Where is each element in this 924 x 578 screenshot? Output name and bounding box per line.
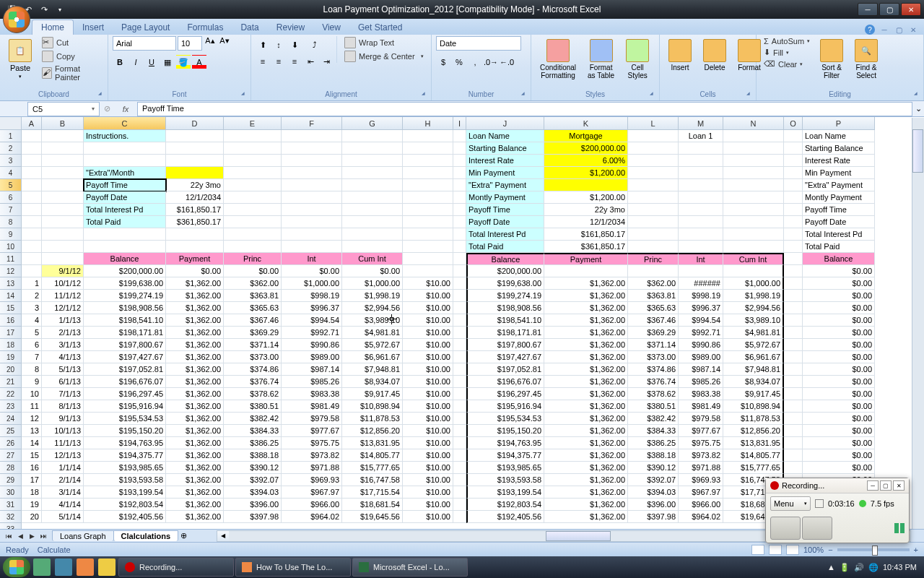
cell[interactable]: $987.14	[282, 363, 342, 376]
row-header-33[interactable]: 33	[0, 523, 22, 529]
cell[interactable]: $382.42	[628, 413, 679, 425]
col-header-N[interactable]: N	[723, 117, 784, 130]
cell[interactable]	[679, 204, 723, 216]
cell[interactable]: $192,405.56	[84, 511, 166, 523]
cell[interactable]: $9,917.45	[342, 388, 403, 400]
cell[interactable]	[22, 179, 42, 191]
cell[interactable]: $1,000.00	[342, 277, 403, 290]
cell[interactable]: $0.00	[803, 462, 875, 474]
doc-minimize-icon[interactable]: ─	[879, 25, 889, 35]
cell[interactable]	[628, 265, 679, 277]
cell[interactable]	[403, 130, 453, 142]
cell[interactable]	[679, 155, 723, 167]
merge-center-button[interactable]: Merge & Center▾	[341, 50, 427, 63]
cell[interactable]: $394.03	[224, 486, 282, 499]
cell[interactable]	[628, 167, 679, 179]
cell[interactable]: $989.00	[282, 351, 342, 363]
page-break-view-icon[interactable]	[786, 545, 799, 555]
cell[interactable]: $992.71	[282, 327, 342, 339]
cell[interactable]: $3,989.10	[723, 314, 784, 327]
cell[interactable]	[453, 167, 466, 179]
cell[interactable]	[453, 314, 466, 327]
cell[interactable]: $985.26	[282, 376, 342, 388]
cell[interactable]: $369.29	[224, 327, 282, 339]
cell[interactable]	[22, 228, 42, 241]
rec-stop-icon[interactable]	[815, 499, 824, 508]
cell[interactable]: $994.54	[679, 314, 723, 327]
cell[interactable]: $1,362.00	[544, 486, 628, 499]
clear-button[interactable]: ⌫Clear▾	[761, 59, 813, 69]
cell[interactable]: $196,676.07	[466, 376, 544, 388]
cell[interactable]	[679, 216, 723, 228]
cell[interactable]	[628, 179, 679, 191]
cell[interactable]: $7,948.81	[342, 363, 403, 376]
cell[interactable]: $197,052.81	[466, 363, 544, 376]
cell[interactable]: $195,916.94	[84, 400, 166, 413]
cell[interactable]: $998.19	[282, 290, 342, 302]
cell[interactable]	[784, 363, 803, 376]
cell[interactable]: $990.86	[679, 339, 723, 351]
sheet-tab-calculations[interactable]: Clalculations	[113, 530, 178, 541]
cell[interactable]	[784, 302, 803, 314]
cell[interactable]	[403, 265, 453, 277]
cell[interactable]	[342, 167, 403, 179]
cell[interactable]: $0.00	[342, 265, 403, 277]
find-select-button[interactable]: 🔍Find & Select	[850, 36, 882, 82]
cell[interactable]: $1,362.00	[544, 499, 628, 511]
cell[interactable]: $1,362.00	[544, 437, 628, 449]
cell[interactable]	[784, 142, 803, 155]
cell[interactable]	[42, 130, 84, 142]
cell[interactable]	[784, 253, 803, 265]
cell[interactable]	[22, 130, 42, 142]
cell[interactable]	[282, 142, 342, 155]
taskbar-app-1[interactable]	[33, 558, 51, 576]
cell[interactable]: $1,362.00	[166, 351, 224, 363]
cell[interactable]: $1,000.00	[723, 277, 784, 290]
cell[interactable]: 5	[22, 327, 42, 339]
cell[interactable]: 7	[22, 351, 42, 363]
cell[interactable]: $194,763.95	[84, 437, 166, 449]
cell[interactable]: 1	[22, 277, 42, 290]
taskbar-app-3[interactable]	[77, 558, 94, 576]
col-header-H[interactable]: H	[403, 117, 453, 130]
cell[interactable]: $361,850.17	[544, 241, 628, 253]
cell[interactable]: $0.00	[803, 449, 875, 462]
cell[interactable]: $19,645.56	[342, 511, 403, 523]
cell[interactable]: 20	[22, 511, 42, 523]
cell[interactable]	[628, 130, 679, 142]
fill-color-button[interactable]: 🪣	[176, 55, 191, 69]
cell[interactable]: $198,541.10	[84, 314, 166, 327]
cell[interactable]	[42, 228, 84, 241]
cell[interactable]: 9/1/12	[42, 265, 84, 277]
tab-formulas[interactable]: Formulas	[178, 20, 232, 35]
cell[interactable]: Starting Balance	[466, 142, 544, 155]
fill-button[interactable]: ⬇Fill▾	[761, 47, 813, 58]
cell[interactable]: $1,362.00	[166, 449, 224, 462]
cell[interactable]	[282, 216, 342, 228]
minimize-button[interactable]: ─	[858, 3, 878, 16]
cell[interactable]: 2/1/13	[42, 327, 84, 339]
row-header-19[interactable]: 19	[0, 351, 22, 363]
cell[interactable]: Balance	[466, 253, 544, 265]
increase-decimal-icon[interactable]: .0→	[484, 55, 498, 69]
cancel-formula-icon[interactable]: ⊘	[100, 104, 114, 113]
cell[interactable]: $15,777.65	[723, 462, 784, 474]
cell[interactable]: $1,362.00	[544, 400, 628, 413]
cell[interactable]: $1,362.00	[544, 449, 628, 462]
cell[interactable]	[453, 142, 466, 155]
cell[interactable]: $10.00	[403, 339, 453, 351]
cell[interactable]	[342, 241, 403, 253]
cell[interactable]: $1,362.00	[544, 462, 628, 474]
sort-filter-button[interactable]: Sort & Filter	[816, 36, 847, 82]
cell[interactable]: Int	[679, 253, 723, 265]
cell[interactable]: Payoff Date	[84, 191, 166, 204]
cell[interactable]: $8,934.07	[342, 376, 403, 388]
cell[interactable]: Starting Balance	[803, 142, 875, 155]
cell[interactable]	[453, 253, 466, 265]
cell[interactable]	[403, 179, 453, 191]
cell[interactable]	[784, 376, 803, 388]
cell[interactable]	[166, 241, 224, 253]
cell[interactable]	[784, 400, 803, 413]
cell[interactable]	[784, 290, 803, 302]
cell[interactable]: $1,362.00	[544, 302, 628, 314]
